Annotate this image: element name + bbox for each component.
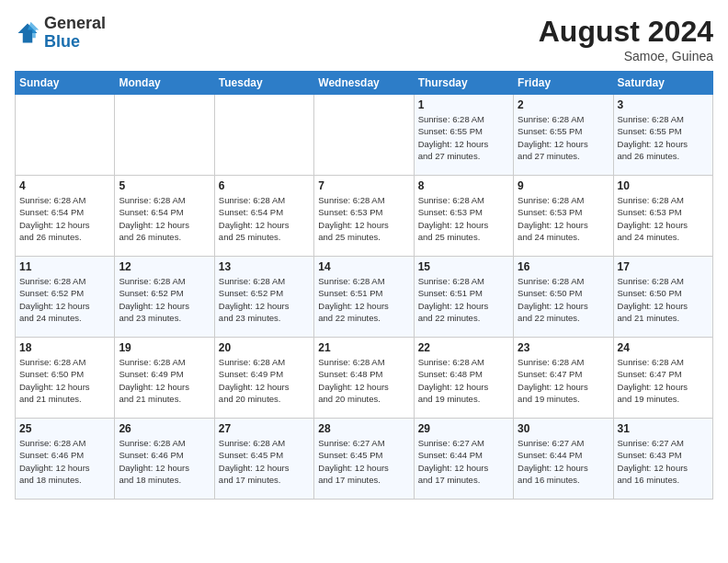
day-number: 21 (318, 341, 409, 354)
day-number: 25 (19, 422, 110, 435)
logo-text: General Blue (44, 15, 106, 52)
calendar-week-3: 11Sunrise: 6:28 AM Sunset: 6:52 PM Dayli… (16, 257, 713, 338)
weekday-header-tuesday: Tuesday (214, 72, 313, 95)
day-info: Sunrise: 6:27 AM Sunset: 6:44 PM Dayligh… (518, 437, 609, 486)
day-number: 26 (119, 422, 210, 435)
day-number: 15 (418, 260, 509, 273)
day-number: 8 (418, 179, 509, 192)
weekday-header-sunday: Sunday (16, 72, 115, 95)
calendar-cell: 2Sunrise: 6:28 AM Sunset: 6:55 PM Daylig… (514, 95, 613, 176)
weekday-header-thursday: Thursday (414, 72, 513, 95)
calendar-cell (214, 95, 313, 176)
logo-blue-text: Blue (44, 32, 80, 51)
calendar-cell: 26Sunrise: 6:28 AM Sunset: 6:46 PM Dayli… (115, 419, 214, 500)
calendar-cell: 12Sunrise: 6:28 AM Sunset: 6:52 PM Dayli… (115, 257, 214, 338)
day-number: 6 (219, 179, 310, 192)
weekday-row: SundayMondayTuesdayWednesdayThursdayFrid… (16, 72, 713, 95)
calendar-cell: 22Sunrise: 6:28 AM Sunset: 6:48 PM Dayli… (414, 338, 513, 419)
calendar-week-2: 4Sunrise: 6:28 AM Sunset: 6:54 PM Daylig… (16, 176, 713, 257)
day-info: Sunrise: 6:28 AM Sunset: 6:47 PM Dayligh… (618, 356, 709, 405)
day-number: 16 (518, 260, 609, 273)
day-info: Sunrise: 6:28 AM Sunset: 6:52 PM Dayligh… (219, 275, 310, 324)
location-subtitle: Samoe, Guinea (539, 49, 713, 63)
day-info: Sunrise: 6:28 AM Sunset: 6:54 PM Dayligh… (219, 194, 310, 243)
day-number: 13 (219, 260, 310, 273)
day-info: Sunrise: 6:27 AM Sunset: 6:43 PM Dayligh… (618, 437, 709, 486)
day-info: Sunrise: 6:28 AM Sunset: 6:53 PM Dayligh… (318, 194, 409, 243)
calendar-cell: 18Sunrise: 6:28 AM Sunset: 6:50 PM Dayli… (16, 338, 115, 419)
calendar-cell: 3Sunrise: 6:28 AM Sunset: 6:55 PM Daylig… (613, 95, 712, 176)
day-info: Sunrise: 6:28 AM Sunset: 6:52 PM Dayligh… (19, 275, 110, 324)
calendar-cell: 31Sunrise: 6:27 AM Sunset: 6:43 PM Dayli… (613, 419, 712, 500)
day-info: Sunrise: 6:28 AM Sunset: 6:55 PM Dayligh… (418, 113, 509, 162)
day-info: Sunrise: 6:28 AM Sunset: 6:50 PM Dayligh… (618, 275, 709, 324)
month-year-title: August 2024 (539, 15, 713, 49)
day-number: 18 (19, 341, 110, 354)
day-info: Sunrise: 6:28 AM Sunset: 6:54 PM Dayligh… (19, 194, 110, 243)
day-number: 12 (119, 260, 210, 273)
day-number: 31 (618, 422, 709, 435)
day-info: Sunrise: 6:28 AM Sunset: 6:48 PM Dayligh… (418, 356, 509, 405)
calendar-cell: 8Sunrise: 6:28 AM Sunset: 6:53 PM Daylig… (414, 176, 513, 257)
day-info: Sunrise: 6:28 AM Sunset: 6:48 PM Dayligh… (318, 356, 409, 405)
day-info: Sunrise: 6:28 AM Sunset: 6:50 PM Dayligh… (19, 356, 110, 405)
calendar-header: SundayMondayTuesdayWednesdayThursdayFrid… (16, 72, 713, 95)
day-number: 14 (318, 260, 409, 273)
calendar-cell: 10Sunrise: 6:28 AM Sunset: 6:53 PM Dayli… (613, 176, 712, 257)
calendar-cell: 21Sunrise: 6:28 AM Sunset: 6:48 PM Dayli… (314, 338, 414, 419)
day-number: 17 (618, 260, 709, 273)
calendar-body: 1Sunrise: 6:28 AM Sunset: 6:55 PM Daylig… (16, 95, 713, 500)
day-info: Sunrise: 6:28 AM Sunset: 6:53 PM Dayligh… (518, 194, 609, 243)
day-info: Sunrise: 6:28 AM Sunset: 6:45 PM Dayligh… (219, 437, 310, 486)
day-info: Sunrise: 6:28 AM Sunset: 6:55 PM Dayligh… (618, 113, 709, 162)
day-info: Sunrise: 6:27 AM Sunset: 6:45 PM Dayligh… (318, 437, 409, 486)
calendar-cell: 1Sunrise: 6:28 AM Sunset: 6:55 PM Daylig… (414, 95, 513, 176)
day-number: 24 (618, 341, 709, 354)
weekday-header-wednesday: Wednesday (314, 72, 414, 95)
title-block: August 2024 Samoe, Guinea (539, 15, 713, 63)
day-info: Sunrise: 6:28 AM Sunset: 6:55 PM Dayligh… (518, 113, 609, 162)
day-number: 9 (518, 179, 609, 192)
day-number: 19 (119, 341, 210, 354)
day-number: 4 (19, 179, 110, 192)
day-info: Sunrise: 6:28 AM Sunset: 6:46 PM Dayligh… (19, 437, 110, 486)
page-header: General Blue August 2024 Samoe, Guinea (15, 15, 713, 63)
calendar-cell: 25Sunrise: 6:28 AM Sunset: 6:46 PM Dayli… (16, 419, 115, 500)
calendar-cell: 16Sunrise: 6:28 AM Sunset: 6:50 PM Dayli… (514, 257, 613, 338)
calendar-cell: 24Sunrise: 6:28 AM Sunset: 6:47 PM Dayli… (613, 338, 712, 419)
calendar-cell: 23Sunrise: 6:28 AM Sunset: 6:47 PM Dayli… (514, 338, 613, 419)
day-info: Sunrise: 6:28 AM Sunset: 6:54 PM Dayligh… (119, 194, 210, 243)
calendar-cell: 9Sunrise: 6:28 AM Sunset: 6:53 PM Daylig… (514, 176, 613, 257)
day-info: Sunrise: 6:28 AM Sunset: 6:50 PM Dayligh… (518, 275, 609, 324)
day-info: Sunrise: 6:28 AM Sunset: 6:49 PM Dayligh… (219, 356, 310, 405)
day-info: Sunrise: 6:28 AM Sunset: 6:53 PM Dayligh… (418, 194, 509, 243)
day-info: Sunrise: 6:28 AM Sunset: 6:47 PM Dayligh… (518, 356, 609, 405)
weekday-header-friday: Friday (514, 72, 613, 95)
day-info: Sunrise: 6:28 AM Sunset: 6:51 PM Dayligh… (418, 275, 509, 324)
day-info: Sunrise: 6:27 AM Sunset: 6:44 PM Dayligh… (418, 437, 509, 486)
day-info: Sunrise: 6:28 AM Sunset: 6:53 PM Dayligh… (618, 194, 709, 243)
logo: General Blue (15, 15, 106, 52)
logo-icon (15, 20, 40, 46)
calendar-cell: 28Sunrise: 6:27 AM Sunset: 6:45 PM Dayli… (314, 419, 414, 500)
day-number: 7 (318, 179, 409, 192)
calendar-cell (115, 95, 214, 176)
day-number: 11 (19, 260, 110, 273)
calendar-cell (314, 95, 414, 176)
day-number: 5 (119, 179, 210, 192)
weekday-header-monday: Monday (115, 72, 214, 95)
calendar-week-5: 25Sunrise: 6:28 AM Sunset: 6:46 PM Dayli… (16, 419, 713, 500)
calendar-week-1: 1Sunrise: 6:28 AM Sunset: 6:55 PM Daylig… (16, 95, 713, 176)
day-number: 23 (518, 341, 609, 354)
day-number: 20 (219, 341, 310, 354)
day-info: Sunrise: 6:28 AM Sunset: 6:49 PM Dayligh… (119, 356, 210, 405)
calendar-cell: 7Sunrise: 6:28 AM Sunset: 6:53 PM Daylig… (314, 176, 414, 257)
calendar-cell: 29Sunrise: 6:27 AM Sunset: 6:44 PM Dayli… (414, 419, 513, 500)
calendar-cell: 4Sunrise: 6:28 AM Sunset: 6:54 PM Daylig… (16, 176, 115, 257)
calendar-week-4: 18Sunrise: 6:28 AM Sunset: 6:50 PM Dayli… (16, 338, 713, 419)
calendar-cell: 13Sunrise: 6:28 AM Sunset: 6:52 PM Dayli… (214, 257, 313, 338)
day-number: 30 (518, 422, 609, 435)
weekday-header-saturday: Saturday (613, 72, 712, 95)
calendar-cell: 20Sunrise: 6:28 AM Sunset: 6:49 PM Dayli… (214, 338, 313, 419)
day-number: 27 (219, 422, 310, 435)
